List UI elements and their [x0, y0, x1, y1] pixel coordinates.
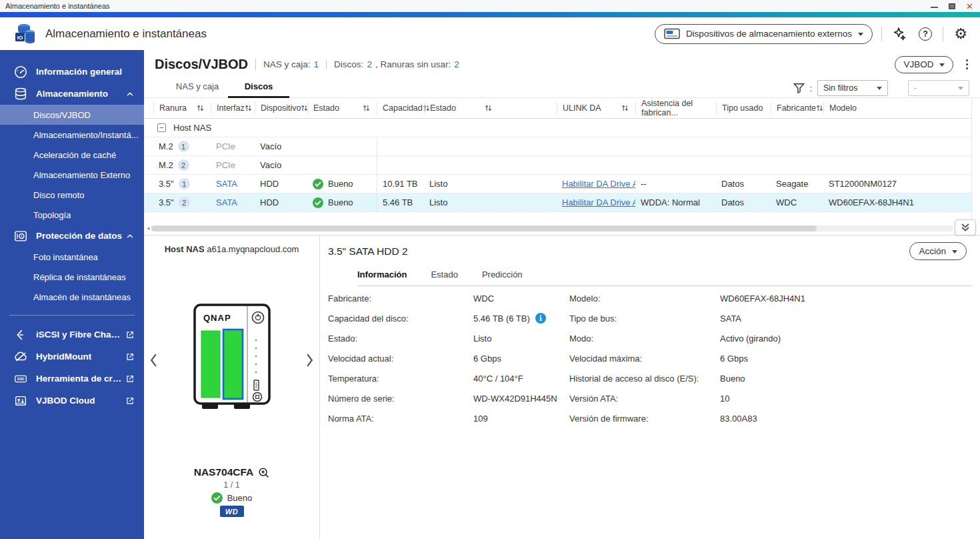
capacity-value: 5.46 TB	[383, 197, 413, 207]
device-value: Vacío	[260, 160, 281, 170]
sidebar-item-r-plica-de-instant-neas[interactable]: Réplica de instantáneas	[0, 267, 144, 287]
cell-model: WD60EFAX-68JH4N1	[823, 197, 971, 207]
table-row-3-5-1[interactable]: 3.5"1SATAHDDBueno10.91 TBListoHabilitar …	[144, 175, 971, 193]
sort-icon[interactable]	[197, 104, 204, 112]
column-label: Tipo usado	[722, 103, 763, 113]
filter-funnel-icon[interactable]	[793, 82, 805, 94]
sidebar-item-disco-remoto[interactable]: Disco remoto	[0, 185, 144, 205]
detail-label: Historial de acceso al disco (E/S):	[569, 374, 720, 384]
sidebar-item-herramienta-de-creac[interactable]: SSDHerramienta de creac...	[0, 368, 144, 390]
collapse-minus-icon[interactable]: −	[157, 123, 166, 132]
table-row-3-5-2[interactable]: 3.5"2SATAHDDBueno5.46 TBListoHabilitar D…	[144, 193, 971, 212]
detail-tab-predicci-n[interactable]: Predicción	[482, 270, 523, 286]
sort-icon[interactable]	[245, 104, 252, 112]
info-icon[interactable]: i	[535, 313, 546, 324]
scrollbar-track[interactable]	[151, 225, 953, 231]
more-options-kebab[interactable]	[963, 57, 971, 73]
tab-discos[interactable]: Discos	[228, 81, 289, 98]
detail-label: Número de serie:	[328, 394, 473, 404]
gauge-icon	[13, 65, 28, 79]
external-storage-devices-button[interactable]: Dispositivos de almacenamiento externos	[655, 24, 873, 44]
column-header-asistencia-del-fabrican-7: Asistencia del fabrican...	[635, 102, 716, 114]
check-icon	[313, 179, 323, 189]
detail-value-text: 10	[720, 394, 729, 404]
sidebar-item-almacenamiento-instant[interactable]: Almacenamiento/Instantá...	[0, 125, 144, 145]
sidebar-item-informaci-n-general[interactable]: Información general	[0, 61, 144, 83]
sidebar-item-almacenamiento-externo[interactable]: Almacenamiento Externo	[0, 165, 144, 185]
filter-secondary-select[interactable]: -	[908, 80, 969, 96]
detail-tab-informaci-n[interactable]: Información	[357, 270, 407, 286]
magnifier-zoom-icon[interactable]	[258, 467, 269, 478]
cell-used-type: Datos	[716, 179, 771, 189]
assist-value: WDDA: Normal	[641, 197, 700, 207]
cell-manufacturer: WDC	[771, 197, 823, 207]
tab-nas-y-caja[interactable]: NAS y caja	[167, 81, 228, 98]
detail-label: Capacidad del disco:	[328, 314, 473, 324]
cell-used-type: Datos	[716, 197, 771, 207]
ulink-da-link[interactable]: Habilitar DA Drive Anal...	[562, 179, 635, 189]
qnap-logo-text: QNAP	[203, 313, 231, 323]
sidebar-item-vjbod-cloud[interactable]: VJBOD Cloud	[0, 390, 144, 412]
detail-value: 83.00A83	[720, 414, 972, 424]
sort-icon[interactable]	[816, 104, 823, 112]
detail-tab-estado[interactable]: Estado	[431, 270, 457, 286]
settings-gear-icon[interactable]: ⚙	[952, 25, 969, 43]
column-label: Fabricante	[777, 103, 816, 113]
chevron-up-icon[interactable]	[125, 231, 135, 241]
stat-value: 2	[454, 59, 459, 69]
sidebar-item-label: Réplica de instantáneas	[33, 272, 126, 282]
nas-illustration[interactable]: QNAP	[193, 303, 271, 418]
horizontal-scrollbar[interactable]: ◂	[144, 221, 980, 235]
health-value: Bueno	[328, 179, 353, 189]
sort-icon[interactable]	[485, 104, 492, 112]
view-tabs: NAS y cajaDiscos	[167, 79, 289, 97]
minimize-button[interactable]	[931, 7, 938, 8]
detail-value-text: 5.46 TB (6 TB)	[473, 314, 530, 324]
help-icon[interactable]: ?	[917, 25, 934, 43]
cell-slot: 3.5"1	[153, 178, 211, 189]
sidebar-item-hybridmount[interactable]: HybridMount	[0, 346, 144, 368]
close-button[interactable]: ✕	[966, 2, 973, 11]
background-tasks-icon[interactable]	[891, 25, 908, 43]
table-row-m-2-1[interactable]: M.21PCIeVacío	[144, 137, 971, 156]
detail-label: Modo:	[569, 334, 720, 344]
carousel-prev-arrow[interactable]	[150, 353, 157, 368]
used-type-value: Datos	[721, 179, 744, 189]
sort-icon[interactable]	[363, 104, 370, 112]
action-button[interactable]: Acción	[909, 242, 967, 260]
page-header-actions: VJBOD	[895, 56, 971, 73]
svg-text:IO: IO	[17, 35, 23, 41]
disk-detail: 3.5" SATA HDD 2 Acción InformaciónEstado…	[320, 235, 980, 539]
host-label: Host NAS	[165, 244, 205, 254]
drive-bay-1	[201, 331, 220, 398]
table-filler	[144, 212, 971, 221]
table-group-row[interactable]: − Host NAS	[144, 119, 971, 137]
carousel-next-arrow[interactable]	[306, 353, 313, 368]
sort-icon[interactable]	[621, 104, 629, 112]
snapshot-icon	[13, 229, 28, 243]
ulink-da-link[interactable]: Habilitar DA Drive Anal...	[562, 197, 635, 207]
sidebar-item-label: Almacenamiento	[36, 89, 108, 99]
sidebar-item-topolog-a[interactable]: Topología	[0, 205, 144, 225]
table-row-m-2-2[interactable]: M.22PCIeVacío	[144, 156, 971, 175]
sidebar-item-protecci-n-de-datos[interactable]: Protección de datos	[0, 225, 144, 247]
vjbod-dropdown-button[interactable]: VJBOD	[895, 56, 953, 73]
scroll-left-arrow[interactable]: ◂	[147, 225, 150, 231]
nas-health: Bueno	[211, 492, 253, 504]
scrollbar-thumb[interactable]	[151, 225, 817, 231]
column-label: Estado	[313, 103, 339, 113]
sidebar-item-almac-n-de-instant-neas[interactable]: Almacén de instantáneas	[0, 287, 144, 307]
collapse-panel-button[interactable]	[955, 219, 976, 235]
wd-logo: WD	[220, 506, 244, 517]
detail-value-text: Activo (girando)	[720, 334, 781, 344]
sidebar-item-aceleraci-n-de-cach[interactable]: Aceleración de caché	[0, 145, 144, 165]
chevron-up-icon[interactable]	[125, 89, 135, 99]
sidebar-item-discos-vjbod[interactable]: Discos/VJBOD	[0, 105, 144, 125]
cell-capacity: 5.46 TB	[377, 193, 424, 212]
sidebar-item-almacenamiento[interactable]: Almacenamiento	[0, 83, 144, 105]
maximize-button[interactable]	[949, 3, 955, 9]
sidebar-item-foto-instant-nea[interactable]: Foto instantánea	[0, 247, 144, 267]
external-link-icon	[125, 352, 135, 362]
filter-select[interactable]: Sin filtros	[817, 80, 888, 96]
sidebar-item-iscsi-y-fibre-channel[interactable]: iSCSI y Fibre Channel	[0, 324, 144, 346]
